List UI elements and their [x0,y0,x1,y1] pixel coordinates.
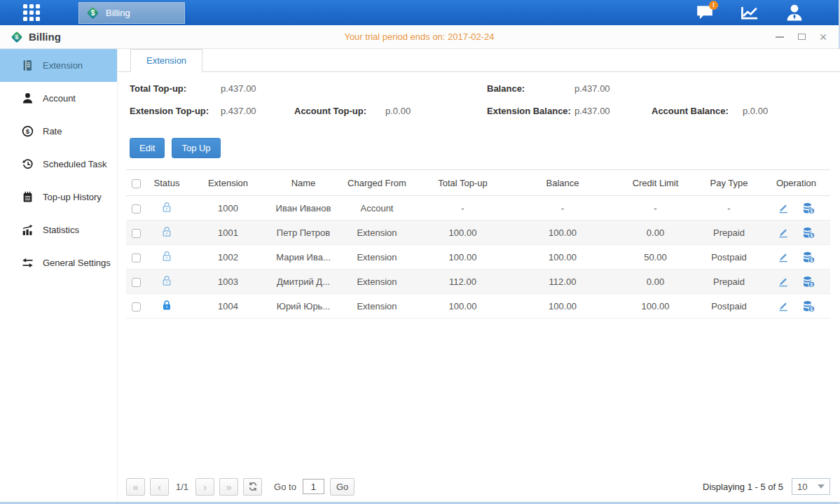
go-button[interactable]: Go [330,478,354,496]
next-page-button[interactable]: › [195,478,214,496]
topup-icon[interactable]: $ [802,202,815,214]
edit-icon[interactable] [778,202,789,214]
topup-icon[interactable]: $ [802,300,815,312]
minimize-icon[interactable] [774,31,785,43]
edit-icon[interactable] [778,227,789,238]
top-up-button[interactable]: Top Up [172,138,220,158]
displaying-text: Displaying 1 - 5 of 5 [703,482,783,492]
edit-icon[interactable] [778,276,789,287]
sidebar-item-account[interactable]: Account [0,82,117,115]
user-icon[interactable] [784,4,805,22]
row-status-cell [146,196,188,220]
unlocked-icon[interactable] [161,275,172,286]
svg-text:$: $ [811,208,813,214]
page-size-select[interactable]: 10 [792,478,830,495]
edit-icon[interactable] [778,251,789,262]
sidebar-item-label: Statistics [43,225,79,235]
unlocked-icon[interactable] [161,202,172,213]
cell-operation: $ [762,245,830,270]
cell-extension: 1003 [188,270,268,294]
cell-operation: $ [762,294,830,318]
locked-icon[interactable] [161,300,172,311]
row-checkbox[interactable] [132,302,141,312]
taskbar-tab-billing[interactable]: $ Billing [78,2,185,24]
notepad-icon [21,191,34,204]
extension-balance-label: Extension Balance: [487,106,571,116]
cell-pay-type: Postpaid [696,245,762,270]
topup-icon[interactable]: $ [802,251,815,263]
prev-page-button[interactable]: ‹ [150,478,169,496]
column-balance[interactable]: Balance [510,170,615,196]
goto-page-input[interactable] [303,479,324,494]
ledger-icon [21,59,34,72]
first-page-button[interactable]: « [126,478,145,496]
cell-name: Дмитрий Д... [268,270,338,294]
row-checkbox[interactable] [132,253,141,262]
sidebar-item-label: Scheduled Task [43,159,107,169]
svg-text:$: $ [811,306,813,312]
column-credit-limit[interactable]: Credit Limit [615,170,696,196]
column-total-topup[interactable]: Total Top-up [415,170,510,196]
edit-icon[interactable] [778,300,789,312]
cell-total-topup: 100.00 [415,220,510,245]
row-checkbox-cell [126,294,146,318]
refresh-button[interactable] [243,478,262,496]
topup-icon[interactable]: $ [802,227,815,239]
trial-notice: Your trial period ends on: 2017-02-24 [0,31,839,42]
cell-name: Мария Ива... [268,245,338,270]
tab-extension[interactable]: Extension [130,49,202,72]
messages-badge: ! [709,1,718,10]
sidebar-item-topup-history[interactable]: Top-up History [0,181,117,214]
svg-text:$: $ [25,127,29,135]
close-icon[interactable]: × [818,31,829,43]
messages-icon[interactable]: ! [694,4,715,22]
sidebar-item-rate[interactable]: $ Rate [0,115,117,148]
maximize-icon[interactable] [796,31,807,43]
column-extension[interactable]: Extension [188,170,268,196]
balance-value: p.437.00 [574,83,610,94]
billing-window-icon: $ [10,30,24,44]
bar-chart-arrow-icon [21,224,34,237]
sidebar-item-general-settings[interactable]: General Settings [0,246,117,279]
sidebar-item-extension[interactable]: Extension [0,49,117,82]
extension-table: Status Extension Name Charged From Total… [126,169,830,318]
column-status[interactable]: Status [146,170,188,196]
tab-label: Extension [146,55,186,66]
cell-balance: 112.00 [510,270,615,294]
sidebar-item-scheduled-task[interactable]: Scheduled Task [0,148,117,181]
svg-text:$: $ [811,281,813,287]
row-status-cell [146,220,188,245]
cell-credit-limit: 50.00 [615,245,696,270]
row-checkbox-cell [126,220,146,245]
cell-charged-from: Extension [338,245,415,270]
svg-text:$: $ [91,9,95,17]
cell-total-topup: 100.00 [415,245,510,270]
sidebar-item-label: General Settings [43,258,111,268]
apps-grid-icon[interactable] [23,4,40,21]
account-balance-label: Account Balance: [652,106,729,116]
select-all-cell [126,170,146,196]
column-name[interactable]: Name [268,170,338,196]
unlocked-icon[interactable] [161,226,172,237]
cell-extension: 1002 [188,245,268,270]
column-pay-type[interactable]: Pay Type [696,170,762,196]
column-operation[interactable]: Operation [762,170,830,196]
cell-balance: - [510,196,615,220]
row-checkbox[interactable] [132,204,141,214]
page-size-value: 10 [797,482,807,492]
column-charged-from[interactable]: Charged From [338,170,415,196]
chart-icon[interactable] [739,4,760,22]
select-all-checkbox[interactable] [132,179,141,188]
last-page-button[interactable]: » [219,478,238,496]
row-checkbox[interactable] [132,278,141,287]
svg-text:$: $ [811,257,813,262]
cell-total-topup: 100.00 [415,294,510,318]
edit-button[interactable]: Edit [130,138,165,158]
account-topup-label: Account Top-up: [294,106,366,116]
row-checkbox[interactable] [132,229,141,238]
cell-operation: $ [762,196,830,220]
sidebar-item-statistics[interactable]: Statistics [0,214,117,246]
table-row: 1001 Петр Петров Extension 100.00 100.00… [126,220,830,245]
unlocked-icon[interactable] [161,251,172,262]
topup-icon[interactable]: $ [802,276,815,288]
